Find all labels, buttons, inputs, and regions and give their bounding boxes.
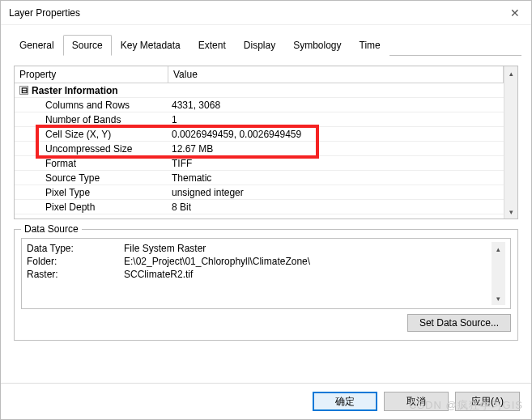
tab-time[interactable]: Time — [351, 35, 389, 56]
titlebar: Layer Properties ✕ — [1, 1, 531, 25]
prop-label: Source Type — [15, 172, 168, 184]
scroll-down-icon[interactable]: ▾ — [492, 291, 505, 305]
ds-label: Data Type: — [27, 242, 124, 255]
prop-label: Format — [15, 158, 168, 169]
data-source-legend: Data Source — [21, 223, 82, 235]
prop-value: 0.0026949459, 0.0026949459 — [168, 129, 504, 140]
property-list: Property Value ⊟ Raster Information Colu… — [14, 66, 518, 219]
ds-label: Raster: — [27, 268, 124, 281]
cancel-button[interactable]: 取消 — [384, 392, 449, 411]
collapse-icon[interactable]: ⊟ — [19, 86, 28, 95]
close-icon: ✕ — [510, 6, 520, 19]
prop-value: 8 Bit — [168, 202, 504, 213]
scroll-down-icon[interactable]: ▾ — [504, 205, 517, 218]
tab-strip: General Source Key Metadata Extent Displ… — [1, 25, 531, 56]
prop-value: TIFF — [168, 158, 504, 169]
scroll-up-icon[interactable]: ▴ — [504, 66, 517, 80]
group-raster-info[interactable]: ⊟ Raster Information — [15, 83, 504, 98]
close-button[interactable]: ✕ — [499, 1, 531, 25]
column-value[interactable]: Value — [168, 66, 504, 83]
tab-general[interactable]: General — [11, 35, 63, 56]
ds-value: SCClimateR2.tif — [124, 268, 193, 281]
prop-label: Cell Size (X, Y) — [15, 129, 168, 140]
tab-extent[interactable]: Extent — [189, 35, 235, 56]
tab-key-metadata[interactable]: Key Metadata — [112, 35, 189, 56]
ok-button[interactable]: 确定 — [313, 392, 377, 411]
row-uncompressed[interactable]: Uncompressed Size 12.67 MB — [15, 142, 504, 156]
window-title: Layer Properties — [9, 7, 80, 19]
apply-button[interactable]: 应用(A) — [455, 392, 520, 411]
group-label: Raster Information — [32, 85, 118, 96]
prop-value: 1 — [168, 114, 504, 125]
prop-label: Number of Bands — [15, 114, 168, 125]
row-format[interactable]: Format TIFF — [15, 156, 504, 171]
data-source-group: Data Source Data Type: File System Raste… — [14, 229, 518, 341]
prop-value: 12.67 MB — [168, 143, 504, 155]
ds-label: Folder: — [27, 255, 124, 268]
tab-source[interactable]: Source — [63, 35, 112, 56]
set-data-source-button[interactable]: Set Data Source... — [407, 314, 511, 332]
row-pixel-type[interactable]: Pixel Type unsigned integer — [15, 185, 504, 200]
scroll-up-icon[interactable]: ▴ — [492, 242, 505, 256]
row-cell-size[interactable]: Cell Size (X, Y) 0.0026949459, 0.0026949… — [15, 127, 504, 142]
prop-label: Columns and Rows — [15, 100, 168, 111]
data-source-box: Data Type: File System Raster Folder: E:… — [21, 238, 511, 309]
ds-row-datatype: Data Type: File System Raster — [27, 242, 492, 255]
dialog: Layer Properties ✕ General Source Key Me… — [0, 0, 532, 420]
prop-label: Pixel Depth — [15, 202, 168, 213]
prop-value: 4331, 3068 — [168, 100, 504, 111]
tab-symbology[interactable]: Symbology — [284, 35, 350, 56]
data-source-actions: Set Data Source... — [21, 314, 511, 332]
prop-label: Pixel Type — [15, 187, 168, 198]
ds-row-raster: Raster: SCClimateR2.tif — [27, 268, 492, 281]
row-pixel-depth[interactable]: Pixel Depth 8 Bit — [15, 200, 504, 214]
ds-value: File System Raster — [124, 242, 206, 255]
row-columns-rows[interactable]: Columns and Rows 4331, 3068 — [15, 98, 504, 112]
row-source-type[interactable]: Source Type Thematic — [15, 171, 504, 185]
row-bands[interactable]: Number of Bands 1 — [15, 112, 504, 127]
ds-row-folder: Folder: E:\02_Project\01_Chlorophyll\Cli… — [27, 255, 492, 268]
tab-content: Property Value ⊟ Raster Information Colu… — [1, 56, 531, 383]
header-row: Property Value — [15, 66, 504, 83]
prop-label: Uncompressed Size — [15, 143, 168, 155]
property-list-body: Property Value ⊟ Raster Information Colu… — [15, 66, 504, 218]
data-source-body: Data Type: File System Raster Folder: E:… — [27, 242, 492, 305]
prop-value: unsigned integer — [168, 187, 504, 198]
tab-display[interactable]: Display — [235, 35, 284, 56]
ds-scrollbar[interactable]: ▴ ▾ — [492, 242, 505, 305]
prop-value: Thematic — [168, 172, 504, 184]
column-property[interactable]: Property — [15, 66, 168, 83]
vertical-scrollbar[interactable]: ▴ ▾ — [504, 66, 517, 218]
ds-value: E:\02_Project\01_Chlorophyll\ClimateZone… — [124, 255, 310, 268]
button-bar: 确定 取消 应用(A) CSDN @疯狂学习GIS — [1, 383, 531, 419]
